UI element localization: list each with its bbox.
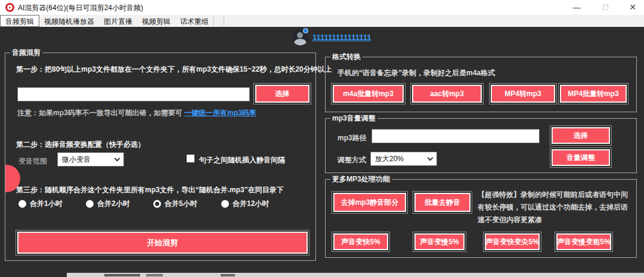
mp4-to-mp3-button[interactable]: MP4转mp3 — [491, 85, 555, 103]
tab-divider — [224, 16, 224, 26]
radio-icon[interactable] — [221, 200, 229, 208]
group-format-title: 格式转换 — [330, 53, 363, 61]
slower-deeper-button[interactable]: 声音变慢变粗5% — [556, 233, 611, 250]
bitrate-note-text: 注意：如果mp3码率不一致导出可能出错，如需要可 — [17, 109, 182, 117]
silence-gap-label: 句子之间随机插入静音间隔 — [199, 155, 285, 165]
voice-range-select[interactable]: 微小变音 — [57, 152, 124, 167]
group-format-convert: 格式转换 手机的“语音备忘录”录制，录制好之后是m4a格式 m4a批量转mp3 … — [325, 57, 637, 112]
folder-path-input[interactable] — [17, 87, 250, 101]
avatar-body — [294, 39, 306, 45]
maximize-button[interactable] — [595, 0, 615, 14]
voice-range-value: 微小变音 — [62, 155, 91, 165]
radio-label: 合并12小时 — [233, 199, 269, 209]
faster-sharper-button[interactable]: 声音变快变尖5% — [485, 233, 540, 250]
radio-merge-5h[interactable]: 合并5小时 — [153, 199, 197, 209]
choose-mp3-button[interactable]: 选择 — [552, 127, 610, 144]
format-desc: 手机的“语音备忘录”录制，录制好之后是m4a格式 — [338, 68, 495, 78]
tab-video-edit[interactable]: 视频剪辑 — [137, 15, 175, 27]
radio-icon[interactable] — [18, 200, 26, 208]
adjust-mode-label: 调整方式 — [338, 155, 366, 165]
background-fragment — [104, 274, 140, 276]
adjust-mode-select[interactable]: 放大20% — [370, 152, 437, 166]
slow-down-button[interactable]: 声音变慢5% — [414, 233, 465, 250]
radio-label: 合并2小时 — [97, 199, 130, 209]
mp3-path-input[interactable] — [371, 129, 540, 143]
volume-adjust-button[interactable]: 音量调整 — [552, 149, 610, 166]
titlebar: AI混剪器(64位)(每日可混剪24小时音频) — ✕ — [0, 0, 644, 15]
tab-script-recombine[interactable]: 话术重组 — [175, 15, 213, 27]
speed-up-button[interactable]: 声音变快5% — [333, 233, 388, 250]
avatar-head — [297, 32, 303, 38]
avatar-badge-icon — [303, 28, 308, 33]
chevron-down-icon — [114, 155, 120, 161]
trim-silence-button[interactable]: 去掉mp3静音部分 — [333, 193, 406, 212]
radio-merge-2h[interactable]: 合并2小时 — [86, 199, 130, 209]
unify-bitrate-link[interactable]: 一键统一所有mp3码率 — [184, 109, 256, 117]
window-title: AI混剪器(64位)(每日可混剪24小时音频) — [18, 3, 143, 13]
background-fragment — [146, 274, 163, 276]
close-button[interactable]: ✕ — [623, 0, 643, 14]
start-mix-button[interactable]: 开始混剪 — [17, 232, 308, 254]
voice-range-label: 变音范围 — [18, 156, 47, 167]
radio-icon[interactable] — [86, 200, 94, 208]
tab-strip: 音频剪辑 视频随机播放器 图片直播 视频剪辑 话术重组 — [0, 15, 644, 27]
step3-text: 第三步：随机顺序合并这个文件夹里所有mp3文件，导出“随机合并.mp3”在同目录… — [16, 185, 284, 195]
radio-label: 合并1小时 — [30, 199, 63, 209]
tab-stub — [214, 15, 224, 27]
maximize-icon — [603, 5, 608, 10]
group-audio-mix-title: 音频混剪 — [10, 48, 42, 57]
tab-video-random-player[interactable]: 视频随机播放器 — [39, 15, 99, 27]
m4a-batch-to-mp3-button[interactable]: m4a批量转mp3 — [333, 85, 404, 103]
step1-text: 第一步：把80句以上mp3文件都放在一个文件夹下，所有mp3文件确保15~22秒… — [16, 64, 332, 75]
group-more-mp3: 更多MP3处理功能 去掉mp3静音部分 批量去静音 【超强特效】录制的时候可能前… — [325, 179, 637, 258]
background-fragment — [221, 274, 235, 276]
main-content: 111111111111111 音频混剪 第一步：把80句以上mp3文件都放在一… — [0, 27, 644, 277]
radio-label: 合并5小时 — [165, 199, 197, 209]
radio-icon-selected[interactable] — [153, 200, 161, 208]
username-link[interactable]: 111111111111111 — [312, 33, 371, 42]
tab-image-live[interactable]: 图片直播 — [99, 15, 137, 27]
group-audio-mix: 音频混剪 第一步：把80句以上mp3文件都放在一个文件夹下，所有mp3文件确保1… — [5, 53, 316, 261]
batch-trim-silence-button[interactable]: 批量去静音 — [414, 193, 470, 212]
group-volume-title: mp3音量调整 — [330, 114, 377, 122]
group-volume-adjust: mp3音量调整 mp3路径 选择 调整方式 放大20% 音量调整 — [325, 118, 637, 173]
app-logo-icon — [5, 3, 14, 12]
radio-merge-12h[interactable]: 合并12小时 — [221, 199, 269, 209]
app-window: AI混剪器(64位)(每日可混剪24小时音频) — ✕ 音频剪辑 视频随机播放器… — [0, 0, 644, 277]
step2-text: 第二步：选择音频变换配置（快手必选） — [16, 140, 145, 150]
group-more-title: 更多MP3处理功能 — [330, 175, 392, 183]
background-window-strip — [67, 273, 644, 277]
mp4-batch-to-mp3-button[interactable]: MP4批量转mp3 — [560, 85, 627, 103]
aac-to-mp3-button[interactable]: aac转mp3 — [412, 85, 482, 103]
radio-merge-1h[interactable]: 合并1小时 — [18, 199, 63, 209]
super-effect-tip: 【超强特效】录制的时候可能前后或者语句中间有较长停顿，可以通过这个功能去掉，去掉… — [478, 189, 631, 226]
mp3-path-label: mp3路径 — [338, 133, 367, 143]
silence-gap-checkbox[interactable] — [187, 155, 194, 162]
tab-audio-edit[interactable]: 音频剪辑 — [0, 15, 39, 27]
bitrate-note: 注意：如果mp3码率不一致导出可能出错，如需要可 一键统一所有mp3码率 — [17, 108, 256, 118]
chevron-down-icon — [428, 155, 434, 161]
choose-folder-button[interactable]: 选择 — [255, 85, 309, 103]
adjust-mode-value: 放大20% — [375, 154, 404, 164]
minimize-button[interactable]: — — [566, 0, 587, 14]
